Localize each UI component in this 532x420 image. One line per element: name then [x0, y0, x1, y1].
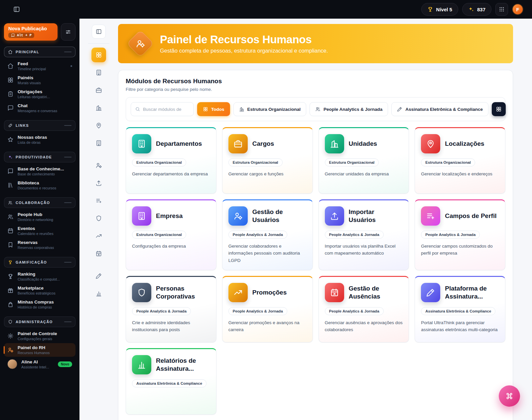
sidebar-item-feed[interactable]: FeedTimeline principal [4, 59, 75, 73]
module-card-departamentos[interactable]: Departamentos Estrutura Organizacional G… [126, 127, 216, 194]
topbar: Nível 5 837 F [0, 0, 532, 19]
panel-left-icon [96, 29, 102, 35]
user-avatar[interactable]: F [512, 4, 523, 15]
new-post-shortcut-chip: Alt + P [8, 33, 34, 38]
search-box [131, 102, 194, 116]
command-fab[interactable] [499, 385, 520, 407]
rail-collapse-button[interactable] [92, 25, 106, 39]
filter-chip-estrutura-organizacional[interactable]: Estrutura Organizacional [233, 102, 307, 116]
building-icon-badge [132, 134, 151, 153]
rail-item-assinatura[interactable] [91, 269, 106, 283]
calendar-x-icon [95, 250, 102, 257]
module-card-empresa[interactable]: Empresa Estrutura Organizacional Configu… [126, 199, 216, 270]
modules-panel: Módulos de Recursos Humanos Filtre por c… [118, 70, 513, 420]
rail-item-dashboard[interactable] [91, 48, 106, 62]
rail-item-cargos[interactable] [91, 83, 106, 98]
sidebar-item-eventos[interactable]: EventosCalendário e reuniões [4, 224, 75, 238]
list-plus-icon [95, 197, 102, 204]
sidebar-item-biblioteca[interactable]: BibliotecaDocumentos e recursos [4, 178, 75, 192]
module-card-gestao-usuarios[interactable]: Gestão de Usuários People Analytics & Jo… [222, 199, 313, 270]
sidebar-item-obrigacoes[interactable]: ObrigaçõesLeituras obrigatóri... [4, 87, 75, 101]
sidebar-item-aline-ai[interactable]: Aline AIAssistente Intel... Novo [4, 357, 75, 371]
sidebar-item-base-conhecimento[interactable]: Base de Conhecime...Base de conhecimento [4, 164, 75, 178]
module-category-badge: People Analytics & Jornada [228, 307, 287, 315]
briefcase-icon-badge [228, 134, 248, 153]
nav-item-subtitle: Assistente Intel... [21, 365, 49, 369]
rail-item-personas[interactable] [91, 211, 106, 226]
divider [64, 157, 71, 157]
module-title: Gestão de Usuários [252, 208, 307, 224]
sidebar-top: Nova Publicação Alt + P [4, 23, 75, 41]
module-card-unidades[interactable]: Unidades Estrutura Organizacional Gerenc… [319, 127, 409, 194]
new-post-shortcut: Alt + P [17, 33, 32, 37]
module-card-campos-perfil[interactable]: Campos de Perfil People Analytics & Jorn… [415, 199, 505, 270]
rail-item-ausencias[interactable] [91, 246, 106, 261]
sidebar-item-reservas[interactable]: ReservasReservas corporativas [4, 238, 75, 252]
rail-item-importar-usuarios[interactable] [91, 176, 106, 190]
nav-item-label: Painel do RH [18, 345, 50, 350]
filter-chip-assinatura-compliance[interactable]: Assinatura Eletrônica & Compliance [391, 102, 488, 116]
module-card-personas-corporativas[interactable]: Personas Corporativas People Analytics &… [126, 276, 216, 342]
module-card-localizacoes[interactable]: Localizações Estrutura Organizacional Ge… [415, 127, 505, 194]
rail-item-departamentos[interactable] [91, 65, 106, 80]
module-card-importar-usuarios[interactable]: Importar Usuários People Analytics & Jor… [319, 199, 409, 270]
sidebar-item-nossas-obras[interactable]: Nossas obrasLista de obras [4, 133, 75, 146]
points-badge[interactable]: 837 [462, 3, 491, 16]
rail-item-empresa[interactable] [91, 136, 106, 150]
sidebar-toggle-button[interactable] [13, 6, 20, 13]
module-category-badge: People Analytics & Jornada [228, 231, 287, 239]
sidebar-item-painel-do-rh[interactable]: Painel do RHRecursos Humanos [4, 343, 75, 357]
module-card-promocoes[interactable]: Promoções People Analytics & Jornada Ger… [222, 276, 313, 342]
nav-item-subtitle: Documentos e recursos [18, 186, 56, 190]
rail-item-promocoes[interactable] [91, 229, 106, 243]
sidebar-item-paineis[interactable]: PainéisMurais visuais [4, 73, 75, 87]
rail-item-unidades[interactable] [91, 101, 106, 115]
rail-item-campos-perfil[interactable] [91, 193, 106, 208]
sidebar-item-minhas-compras[interactable]: Minhas ComprasHistórico de compras [4, 298, 75, 311]
layout-grid-icon [203, 106, 208, 112]
rail-item-gestao-usuarios[interactable] [91, 158, 106, 173]
filter-chip-todos[interactable]: Todos [197, 102, 230, 116]
section-header-administracao: ADMINISTRAÇÃO [4, 316, 75, 327]
rail-item-relatorios[interactable] [91, 286, 106, 301]
map-pin-icon [426, 139, 435, 148]
page-subtitle: Gestão completa de pessoas, estrutura or… [160, 48, 328, 54]
filter-chip-people-analytics[interactable]: People Analytics & Jornada [310, 102, 388, 116]
rail-item-localizacoes[interactable] [91, 118, 106, 133]
sidebar-item-painel-de-controle[interactable]: Painel de ControleConfigurações gerais [4, 329, 75, 343]
bar-chart-icon [137, 360, 146, 369]
nav-item-subtitle: Diretório e networking [18, 218, 53, 222]
list-view-button[interactable] [508, 102, 513, 116]
calendar-icon [7, 228, 14, 234]
nav-item-subtitle: Reservas corporativas [18, 246, 54, 250]
module-title: Gestão de Ausências [349, 285, 403, 301]
level-badge[interactable]: Nível 5 [421, 3, 458, 16]
calendar-x-icon [330, 288, 339, 297]
sidebar-item-chat[interactable]: ChatMensagens e conversas [4, 101, 75, 115]
new-post-button[interactable]: Nova Publicação Alt + P [4, 23, 58, 41]
module-card-gestao-ausencias[interactable]: Gestão de Ausências People Analytics & J… [319, 276, 409, 342]
module-title: Campos de Perfil [445, 212, 496, 220]
nav-item-label: Obrigações [18, 89, 50, 94]
module-card-plataforma-assinatura[interactable]: Plataforma de Assinatura... Assinatura E… [415, 276, 505, 342]
sparkles-icon [8, 155, 13, 159]
module-category-badge: Assinatura Eletrônica & Compliance [421, 307, 495, 315]
module-card-cargos[interactable]: Cargos Estrutura Organizacional Gerencia… [222, 127, 313, 194]
sidebar-settings-button[interactable] [61, 23, 75, 41]
grid-view-button[interactable] [492, 102, 506, 116]
module-card-relatorios-assinatura[interactable]: Relatórios de Assinatura... Assinatura E… [126, 348, 216, 415]
main-area: Painel de Recursos Humanos Gestão comple… [79, 19, 532, 420]
nav-item-subtitle: Calendário e reuniões [18, 232, 54, 236]
divider [64, 321, 71, 322]
search-input[interactable] [143, 107, 190, 112]
gift-icon [7, 287, 14, 294]
trophy-icon [7, 273, 14, 280]
nav-item-label: Painéis [18, 75, 41, 80]
sidebar-item-marketplace[interactable]: MarketplaceBenefícios estratégicos [4, 284, 75, 297]
apps-menu-button[interactable] [495, 3, 508, 16]
building-icon [137, 139, 146, 148]
building-icon [95, 140, 102, 146]
sidebar-item-ranking[interactable]: RankingClassificação e conquist... [4, 270, 75, 283]
sidebar-item-people-hub[interactable]: People HubDiretório e networking [4, 210, 75, 224]
points-label: 837 [477, 7, 485, 12]
